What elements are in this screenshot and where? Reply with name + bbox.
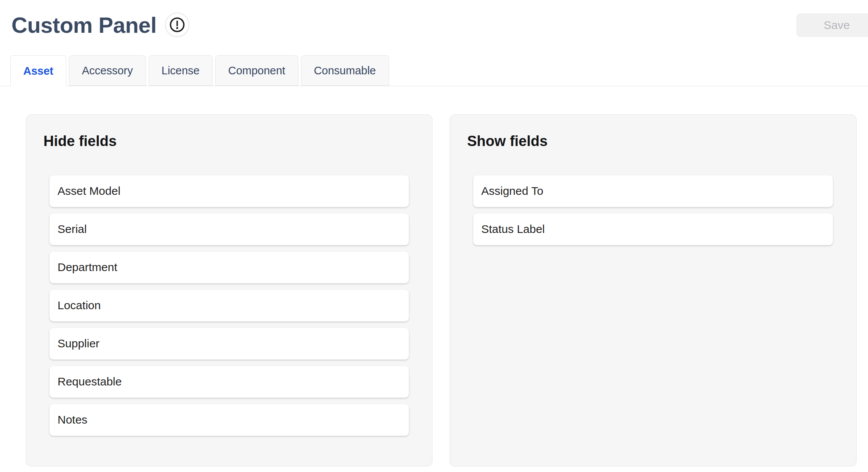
tabbar: Asset Accessory License Component Consum… <box>10 55 392 86</box>
show-fields-panel: Show fields Assigned To Status Label <box>450 114 857 466</box>
field-card-location[interactable]: Location <box>50 290 409 321</box>
field-card-requestable[interactable]: Requestable <box>50 366 409 398</box>
page-header: Custom Panel <box>11 0 189 50</box>
alert-circle-icon <box>169 17 185 33</box>
tab-consumable[interactable]: Consumable <box>301 55 389 86</box>
field-card-notes[interactable]: Notes <box>50 404 409 436</box>
tab-component[interactable]: Component <box>215 55 298 86</box>
tab-asset[interactable]: Asset <box>10 55 66 86</box>
info-button[interactable] <box>165 13 189 37</box>
hide-fields-list: Asset Model Serial Department Location S… <box>50 175 409 436</box>
tab-license[interactable]: License <box>149 55 213 86</box>
page-title: Custom Panel <box>11 12 157 38</box>
hide-fields-title: Hide fields <box>43 133 415 150</box>
field-card-serial[interactable]: Serial <box>50 214 409 245</box>
tab-accessory[interactable]: Accessory <box>69 55 146 86</box>
field-card-assigned-to[interactable]: Assigned To <box>473 175 833 207</box>
hide-fields-panel: Hide fields Asset Model Serial Departmen… <box>26 114 432 466</box>
field-card-department[interactable]: Department <box>50 252 409 283</box>
field-card-supplier[interactable]: Supplier <box>50 328 409 360</box>
field-card-status-label[interactable]: Status Label <box>473 214 833 245</box>
show-fields-title: Show fields <box>467 133 839 150</box>
save-button[interactable]: Save <box>796 13 868 37</box>
field-card-asset-model[interactable]: Asset Model <box>50 175 409 207</box>
show-fields-list: Assigned To Status Label <box>473 175 833 245</box>
